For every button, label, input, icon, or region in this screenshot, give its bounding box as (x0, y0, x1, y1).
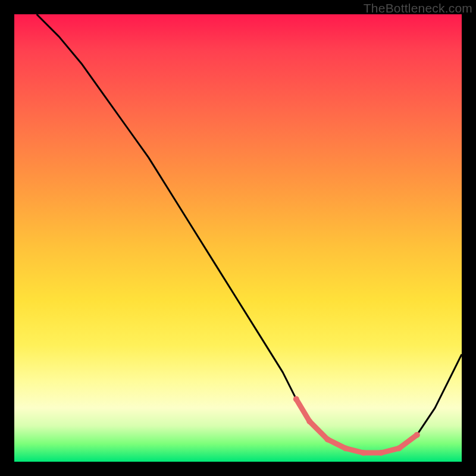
plot-area (14, 14, 462, 462)
highlight-segment (296, 399, 417, 453)
curve-svg (14, 14, 462, 462)
chart-frame: TheBottleneck.com (0, 0, 476, 476)
highlight-bead (396, 445, 402, 451)
highlight-bead (361, 450, 367, 456)
highlight-bead (324, 436, 330, 442)
highlight-bead (293, 396, 299, 402)
watermark-label: TheBottleneck.com (364, 1, 472, 15)
highlight-bead (306, 418, 312, 424)
bottleneck-curve (37, 14, 462, 453)
highlight-bead (414, 432, 420, 438)
highlight-bead (378, 450, 384, 456)
highlight-bead (343, 445, 349, 451)
